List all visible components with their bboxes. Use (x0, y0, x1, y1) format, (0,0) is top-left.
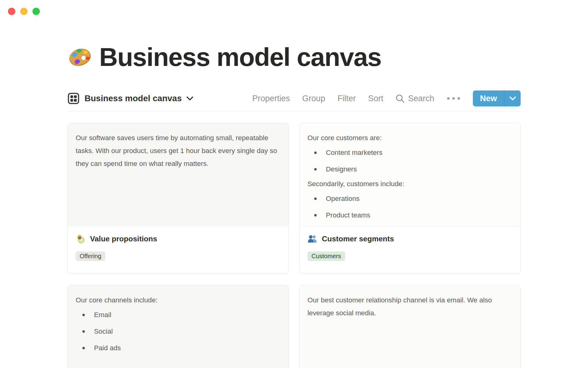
card-footer: Value propositions Offering (68, 226, 288, 268)
sort-button[interactable]: Sort (368, 94, 383, 103)
preview-paragraph: Our software saves users time by automat… (76, 132, 281, 170)
more-options-button[interactable] (447, 95, 461, 102)
view-toolbar: Properties Group Filter Sort Search New (252, 90, 521, 106)
new-button[interactable]: New (473, 90, 504, 106)
minimize-window-button[interactable] (20, 8, 28, 15)
tag-customers: Customers (307, 251, 345, 261)
gallery-card-customer-segments[interactable]: Our core customers are:Content marketers… (299, 123, 521, 274)
chevron-down-icon (187, 96, 193, 101)
card-title: Customer segments (322, 235, 394, 243)
window-controls (8, 8, 40, 15)
preview-paragraph: Our core channels include: (76, 294, 281, 307)
properties-button[interactable]: Properties (252, 94, 290, 103)
preview-list-item: Designers (307, 161, 512, 178)
gallery-grid: Our software saves users time by automat… (67, 123, 521, 368)
card-preview: Our core customers are:Content marketers… (300, 123, 520, 226)
bullet-dot (314, 214, 317, 217)
page-header: Business model canvas (67, 43, 521, 71)
preview-paragraph: Our core customers are: (307, 132, 512, 144)
preview-list-item: Social (76, 323, 281, 340)
tag-offering: Offering (76, 251, 105, 261)
preview-list-item: Product teams (307, 207, 512, 224)
card-title: Value propositions (90, 235, 157, 243)
zoom-window-button[interactable] (32, 8, 40, 15)
avocado-emoji-icon (76, 234, 85, 244)
preview-paragraph: Secondarily, customers include: (307, 178, 512, 190)
gallery-card-channels[interactable]: Our core channels include:EmailSocialPai… (67, 285, 289, 368)
gallery-grid-icon (67, 92, 80, 105)
view-name: Business model canvas (85, 94, 182, 103)
bullet-dot (314, 168, 317, 171)
card-preview: Our software saves users time by automat… (68, 123, 288, 226)
search-label: Search (408, 94, 434, 103)
toolbar-divider (67, 111, 521, 111)
card-preview: Our best customer relationship channel i… (300, 285, 520, 368)
search-button[interactable]: Search (395, 94, 434, 103)
preview-paragraph: Our best customer relationship channel i… (307, 294, 512, 320)
bullet-dot (314, 151, 317, 154)
preview-list-item: Operations (307, 190, 512, 207)
preview-list-item: Content marketers (307, 144, 512, 161)
card-preview: Our core channels include:EmailSocialPai… (68, 285, 288, 368)
new-button-group: New (473, 90, 521, 106)
close-window-button[interactable] (8, 8, 15, 15)
page-title: Business model canvas (99, 43, 381, 71)
view-bar: Business model canvas Properties Group F… (67, 88, 521, 109)
gallery-card-customer-relationships[interactable]: Our best customer relationship channel i… (299, 285, 521, 368)
ellipsis-icon (447, 97, 450, 100)
bullet-dot (82, 347, 85, 349)
group-button[interactable]: Group (302, 94, 325, 103)
bullet-dot (82, 330, 85, 333)
chevron-down-icon (509, 96, 516, 101)
search-icon (395, 94, 405, 103)
card-footer: Customer segments Customers (300, 226, 520, 268)
new-dropdown-button[interactable] (504, 90, 521, 106)
people-emoji-icon (307, 234, 317, 244)
gallery-card-value-propositions[interactable]: Our software saves users time by automat… (67, 123, 289, 274)
preview-list-item: Paid ads (76, 340, 281, 356)
app-window: Business model canvas Business model can… (0, 0, 588, 368)
view-selector[interactable]: Business model canvas (67, 92, 193, 105)
bullet-dot (82, 314, 85, 316)
palette-emoji-icon (67, 44, 92, 70)
filter-button[interactable]: Filter (337, 94, 356, 103)
preview-list-item: Email (76, 307, 281, 323)
bullet-dot (314, 197, 317, 200)
